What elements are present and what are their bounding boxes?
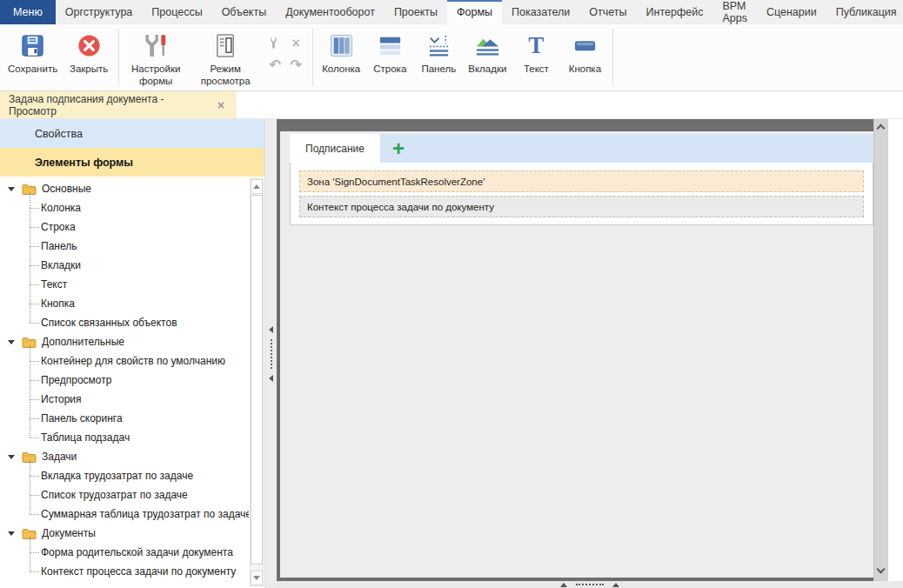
text-icon: T [528,30,544,62]
tree-children: Форма родительской задачи документа Конт… [0,543,249,581]
tree-item[interactable]: Панель скоринга [0,409,249,428]
splitter-grip[interactable] [576,584,604,585]
app-window: Меню Оргструктура Процессы Объекты Докум… [0,0,903,588]
delete-icon[interactable]: × [285,32,306,54]
tree-item-label: Текст [41,278,67,291]
sidebar: Свойства Элементы формы Основные Колонка… [0,119,264,588]
menu-button[interactable]: Меню [0,0,56,24]
designer-canvas: Подписание + Зона 'SignDocumentTaskResol… [280,131,875,578]
undo-icon[interactable]: ↶ [264,54,285,76]
form-settings-icon [143,30,170,62]
expand-arrow-icon[interactable] [8,187,15,191]
tree-item[interactable]: Кнопка [0,294,249,313]
tree-item-label: Контейнер для свойств по умолчанию [41,355,225,367]
redo-icon[interactable]: ↷ [285,54,306,76]
tree-item[interactable]: Колонка [0,198,249,217]
panel-element-button[interactable]: Панель [414,24,463,90]
tree-item[interactable]: Таблица подзадач [0,428,249,447]
view-mode-label: Режим просмотра [194,63,257,88]
horizontal-splitter[interactable] [277,581,903,588]
document-tab[interactable]: Задача подписания документа - Просмотр × [0,91,237,118]
scroll-down-button[interactable] [251,571,263,585]
tree-folder-zadachi[interactable]: Задачи [0,447,249,466]
form-tab-strip: Подписание + [290,134,873,163]
tree-item-label: Контекст процесса задачи по документу [41,565,236,578]
tree-item[interactable]: Контейнер для свойств по умолчанию [0,351,249,371]
expand-arrow-icon[interactable] [8,455,15,459]
chevron-up-icon[interactable] [877,124,886,133]
tree-item[interactable]: Строка [0,217,249,237]
menu-item-proekty[interactable]: Проекты [385,0,447,24]
menu-item-dokumentooborot[interactable]: Документооборот [276,0,385,24]
splitter-grip[interactable] [271,339,272,369]
row-element-button[interactable]: Строка [365,24,414,90]
tree-item[interactable]: Контекст процесса задачи по документу [0,562,249,581]
menu-item-formy-active[interactable]: Формы [447,0,502,24]
tree-folder-dopolnitelnye[interactable]: Дополнительные [0,332,249,351]
collapse-up-icon[interactable] [612,583,619,587]
sidebar-section-form-elements[interactable]: Элементы формы [0,148,264,177]
text-element-button[interactable]: T Текст [512,24,560,90]
main-scrollbar[interactable] [873,119,888,581]
vertical-splitter[interactable] [264,119,277,588]
document-tab-close-icon[interactable]: × [214,99,228,111]
tree-scrollbar[interactable] [250,178,264,586]
tree-children: Контейнер для свойств по умолчанию Предп… [0,351,249,447]
collapse-left-icon[interactable] [269,326,273,333]
form-settings-button[interactable]: Настройки формы [123,24,189,90]
menu-item-bpm-apps[interactable]: BPM Apps [712,0,757,24]
tree-item[interactable]: Форма родительской задачи документа [0,543,249,562]
column-element-button[interactable]: Колонка [317,24,365,90]
form-tab-podpisanie[interactable]: Подписание [290,134,380,163]
tree-item[interactable]: Список связанных объектов [0,313,249,332]
column-icon [328,30,355,62]
collapse-up-icon[interactable] [560,583,567,587]
tree-folder-dokumenty[interactable]: Документы [0,524,249,543]
tree-item[interactable]: Текст [0,275,249,294]
close-button[interactable]: Закрыть [63,24,115,90]
tree-item[interactable]: История [0,390,249,409]
tree-item-label: Вкладка трудозатрат по задаче [41,470,193,482]
scroll-up-button[interactable] [251,179,263,194]
expand-arrow-icon[interactable] [8,531,15,536]
menu-item-processy[interactable]: Процессы [142,0,211,24]
triangle-down-icon [253,576,260,580]
menu-item-obekty[interactable]: Объекты [212,0,277,24]
menu-item-interfeys[interactable]: Интерфейс [637,0,713,24]
chevron-down-icon[interactable] [877,565,886,574]
save-icon [19,30,46,62]
tree-item[interactable]: Список трудозатрат по задаче [0,485,249,504]
tabs-element-button[interactable]: Вкладки [463,24,512,90]
menu-item-pokazateli[interactable]: Показатели [502,0,579,24]
designer-frame: Подписание + Зона 'SignDocumentTaskResol… [277,119,888,581]
close-icon [76,30,103,62]
save-button[interactable]: Сохранить [3,24,63,90]
tree-item[interactable]: Суммарная таблица трудозатрат по задаче [0,504,249,524]
tree-item[interactable]: Вкладка трудозатрат по задаче [0,466,249,485]
sidebar-section-properties[interactable]: Свойства [0,119,264,148]
button-element-button[interactable]: Кнопка [560,24,609,90]
tree-item-label: Форма родительской задачи документа [41,546,233,558]
menu-item-orgstructura[interactable]: Оргструктура [56,0,142,24]
expand-arrow-icon[interactable] [8,340,15,344]
tree-item[interactable]: Вкладки [0,256,249,275]
menu-item-publikaciya[interactable]: Публикация [826,0,903,24]
triangle-up-icon [253,184,260,189]
add-tab-button[interactable]: + [380,134,417,163]
collapse-left-icon[interactable] [269,375,273,382]
view-mode-button[interactable]: Режим просмотра [189,24,262,90]
form-row-zone[interactable]: Зона 'SignDocumentTaskResolverZone' [299,170,864,192]
scrollbar-thumb[interactable] [251,195,263,565]
tree-folder-osnovnye[interactable]: Основные [0,179,249,198]
tree-item[interactable]: Панель [0,237,249,256]
wrench-icon[interactable] [264,32,285,54]
form-panel: Подписание + Зона 'SignDocumentTaskResol… [290,134,873,225]
form-row-context[interactable]: Контекст процесса задачи по документу [299,196,864,217]
ribbon-separator [612,29,613,86]
small-button-group: × ↶ ↷ [264,24,306,90]
form-row-context-label: Контекст процесса задачи по документу [307,202,494,212]
tree-item-label: Список трудозатрат по задаче [41,489,188,501]
tree-item[interactable]: Предпросмотр [0,371,249,390]
menu-item-otchety[interactable]: Отчеты [579,0,636,24]
menu-item-scenarii[interactable]: Сценарии [757,0,826,24]
